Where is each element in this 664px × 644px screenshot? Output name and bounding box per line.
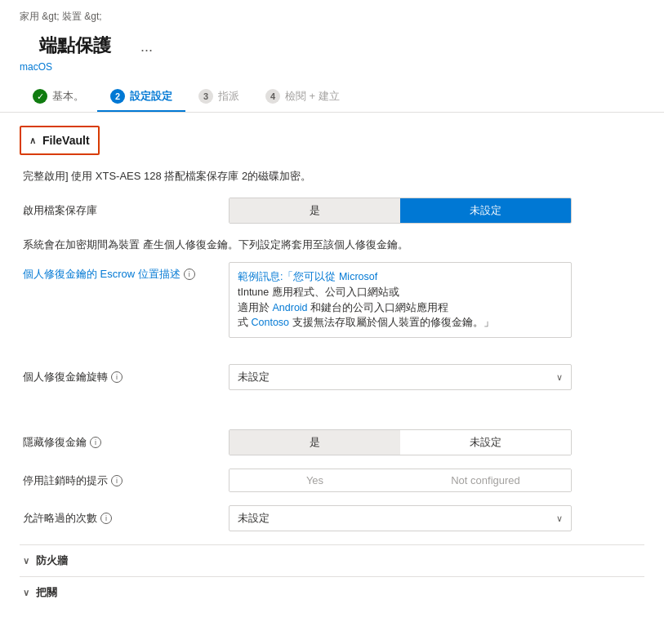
- rotation-row: 個人修復金鑰旋轉 i 未設定 ∨: [23, 364, 641, 390]
- page-title: 端點保護: [20, 30, 131, 60]
- escrow-info-icon[interactable]: i: [184, 269, 195, 280]
- enable-filevault-label: 啟用檔案保存庫: [23, 203, 219, 218]
- hide-recovery-notset-btn[interactable]: 未設定: [400, 430, 571, 455]
- tab-assign: 3 指派: [185, 82, 252, 112]
- bypass-info-icon[interactable]: i: [100, 513, 112, 524]
- escrow-row: 個人修復金鑰的 Escrow 位置描述 i 範例訊息:「您可以從 Microso…: [23, 262, 641, 338]
- bypass-label: 允許略過的次數 i: [23, 511, 219, 526]
- filevault-title: FileVault: [42, 134, 90, 147]
- escrow-textarea[interactable]: 範例訊息:「您可以從 Microsof tIntune 應用程式、公司入口網站或…: [229, 262, 572, 338]
- logout-yes-btn[interactable]: Yes: [230, 469, 400, 491]
- escrow-desc: 系統會在加密期間為裝置 產生個人修復金鑰。下列設定將套用至該個人修復金鑰。: [23, 237, 641, 253]
- bypass-dropdown[interactable]: 未設定 ∨: [229, 505, 572, 531]
- logout-prompt-toggle[interactable]: Yes Not configured: [229, 469, 572, 492]
- gate-section-header[interactable]: ∨ 把關: [20, 576, 644, 608]
- firewall-chevron-icon: ∨: [23, 556, 29, 566]
- bypass-row: 允許略過的次數 i 未設定 ∨: [23, 505, 641, 531]
- rotation-label: 個人修復金鑰旋轉 i: [23, 370, 219, 384]
- enable-filevault-yes-btn[interactable]: 是: [230, 198, 400, 223]
- filevault-body: 完整啟用] 使用 XTS-AES 128 搭配檔案保存庫 2的磁碟加密。 啟用檔…: [20, 168, 644, 531]
- gate-label: 把關: [36, 585, 57, 600]
- rotation-chevron-icon: ∨: [556, 372, 563, 383]
- hide-recovery-yes-btn[interactable]: 是: [230, 430, 400, 455]
- more-button[interactable]: ...: [140, 38, 153, 56]
- bypass-chevron-icon: ∨: [556, 513, 563, 524]
- firewall-label: 防火牆: [36, 553, 68, 568]
- page-subtitle: macOS: [0, 61, 664, 82]
- escrow-label: 個人修復金鑰的 Escrow 位置描述 i: [23, 262, 219, 282]
- enable-filevault-row: 啟用檔案保存庫 是 未設定: [23, 198, 641, 224]
- tab-review: 4 檢閱 + 建立: [252, 82, 353, 112]
- tab-num-review: 4: [265, 89, 280, 104]
- hide-recovery-toggle[interactable]: 是 未設定: [229, 429, 572, 455]
- breadcrumb: 家用 &gt; 裝置 &gt;: [0, 0, 664, 27]
- firewall-section-header[interactable]: ∨ 防火牆: [20, 544, 644, 576]
- content-area: ∧ FileVault 完整啟用] 使用 XTS-AES 128 搭配檔案保存庫…: [0, 113, 664, 621]
- logout-not-configured-btn[interactable]: Not configured: [400, 469, 571, 491]
- tab-settings[interactable]: 2 設定設定: [97, 82, 185, 112]
- page-container: 家用 &gt; 裝置 &gt; 端點保護 ... macOS ✓ 基本。 2 設…: [0, 0, 664, 644]
- tab-num-assign: 3: [198, 89, 213, 104]
- enable-filevault-toggle[interactable]: 是 未設定: [229, 198, 572, 224]
- hide-recovery-row: 隱藏修復金鑰 i 是 未設定: [23, 429, 641, 455]
- tab-num-settings: 2: [110, 89, 125, 104]
- logout-prompt-info-icon[interactable]: i: [111, 475, 123, 486]
- logout-prompt-label: 停用註銷時的提示 i: [23, 473, 219, 488]
- filevault-chevron-icon: ∧: [29, 135, 36, 146]
- rotation-dropdown[interactable]: 未設定 ∨: [229, 364, 572, 390]
- hide-recovery-label: 隱藏修復金鑰 i: [23, 435, 219, 450]
- logout-prompt-row: 停用註銷時的提示 i Yes Not configured: [23, 469, 641, 492]
- tabs-bar: ✓ 基本。 2 設定設定 3 指派 4 檢閱 + 建立: [0, 82, 664, 113]
- gate-chevron-icon: ∨: [23, 588, 29, 598]
- enable-filevault-notset-btn[interactable]: 未設定: [400, 198, 571, 223]
- rotation-info-icon[interactable]: i: [111, 371, 123, 383]
- tab-check-icon: ✓: [33, 89, 47, 104]
- filevault-section-header[interactable]: ∧ FileVault: [20, 126, 100, 155]
- tab-basics[interactable]: ✓ 基本。: [20, 82, 97, 112]
- filevault-desc: 完整啟用] 使用 XTS-AES 128 搭配檔案保存庫 2的磁碟加密。: [23, 168, 641, 184]
- hide-recovery-info-icon[interactable]: i: [90, 437, 101, 448]
